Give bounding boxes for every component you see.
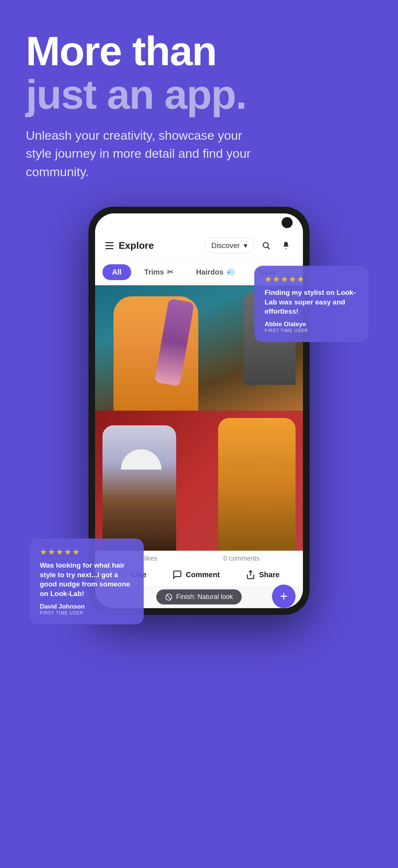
share-button[interactable]: Share bbox=[246, 570, 280, 579]
svg-line-4 bbox=[167, 595, 171, 599]
tab-all-label: All bbox=[112, 268, 122, 276]
review-left-tag: FIRST TIME USER bbox=[40, 610, 133, 616]
dropdown-label: Discover bbox=[211, 241, 240, 250]
finish-tag[interactable]: Finish: Natural look bbox=[156, 589, 242, 604]
hamburger-icon[interactable] bbox=[105, 242, 114, 249]
hero-title: More than just an app. bbox=[26, 29, 372, 116]
hero-title-line1: More than bbox=[26, 28, 216, 74]
dryer-icon: 💨 bbox=[226, 268, 235, 276]
chevron-down-icon: ▾ bbox=[244, 241, 247, 250]
hero-section: More than just an app. Unleash your crea… bbox=[0, 0, 398, 196]
share-label: Share bbox=[259, 571, 280, 579]
hero-title-line2: just an app. bbox=[26, 72, 246, 118]
app-bar-title: Explore bbox=[119, 240, 204, 251]
phone-notch-area bbox=[95, 213, 303, 233]
hero-subtitle: Unleash your creativity, showcase your s… bbox=[26, 126, 254, 181]
review-card-left: ★★★★★ Was looking for what hair style to… bbox=[29, 538, 144, 624]
review-left-text: Was looking for what hair style to try n… bbox=[40, 561, 133, 599]
review-left-stars: ★★★★★ bbox=[40, 547, 133, 557]
tab-all[interactable]: All bbox=[102, 264, 131, 280]
tab-trims[interactable]: Trims ✂ bbox=[135, 264, 183, 280]
review-right-text: Finding my stylist on Look-Lab was super… bbox=[265, 288, 358, 316]
app-bar: Explore Discover ▾ bbox=[95, 233, 303, 259]
fab-button[interactable]: + bbox=[272, 585, 296, 608]
tab-trims-label: Trims bbox=[144, 268, 164, 276]
content-image-2 bbox=[95, 411, 303, 551]
scissors-icon: ✂ bbox=[167, 268, 173, 276]
review-card-right: ★★★★★ Finding my stylist on Look-Lab was… bbox=[254, 266, 369, 342]
comment-button[interactable]: Comment bbox=[172, 570, 220, 579]
review-right-stars: ★★★★★ bbox=[265, 275, 358, 284]
comments-count: 0 comments bbox=[223, 555, 259, 562]
fab-plus-icon: + bbox=[280, 589, 287, 604]
tab-hairdos-label: Hairdos bbox=[196, 268, 223, 276]
review-right-tag: FIRST TIME USER bbox=[265, 328, 358, 333]
phone-wrapper: ★★★★★ Was looking for what hair style to… bbox=[59, 207, 339, 615]
camera-dot bbox=[282, 217, 293, 228]
bell-icon[interactable] bbox=[279, 239, 293, 252]
review-left-name: David Johnson bbox=[40, 603, 133, 610]
review-right-name: Abbie Olaleye bbox=[265, 321, 358, 328]
finish-tag-label: Finish: Natural look bbox=[176, 593, 233, 601]
discover-dropdown[interactable]: Discover ▾ bbox=[204, 238, 254, 253]
tab-hairdos[interactable]: Hairdos 💨 bbox=[186, 264, 245, 280]
search-icon[interactable] bbox=[259, 239, 273, 252]
svg-line-1 bbox=[268, 247, 270, 249]
comment-label: Comment bbox=[186, 571, 220, 579]
app-bar-icons bbox=[259, 239, 293, 252]
